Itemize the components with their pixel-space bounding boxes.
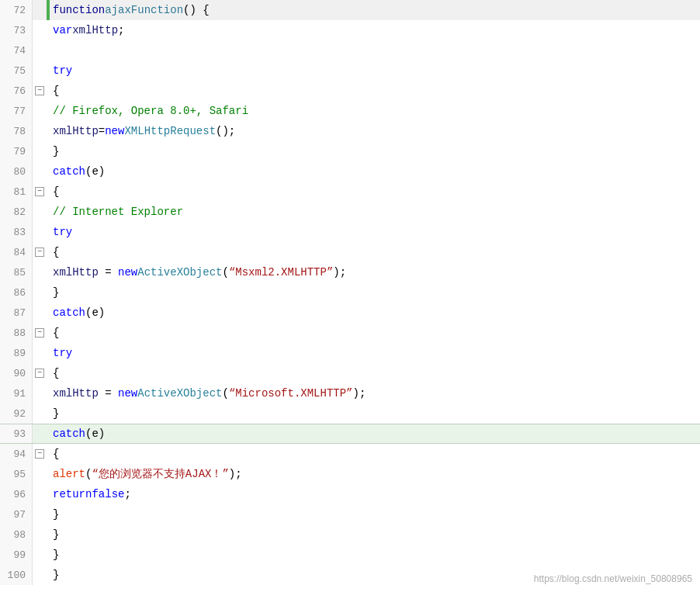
fold-gutter: [33, 121, 47, 141]
fold-gutter: [33, 141, 47, 161]
fold-gutter: [33, 565, 47, 585]
code-line-content: {: [50, 444, 700, 464]
fold-gutter: [33, 161, 47, 182]
line-number: 84: [0, 242, 33, 262]
line-number: 83: [0, 222, 33, 242]
fold-gutter: [33, 383, 47, 403]
code-line-content: try: [50, 222, 700, 242]
line-number: 81: [0, 182, 33, 202]
line-number: 99: [0, 545, 33, 565]
line-number: 78: [0, 121, 33, 141]
line-number: 80: [0, 161, 33, 182]
code-line-content: {: [50, 242, 700, 262]
fold-gutter[interactable]: −: [33, 81, 47, 101]
fold-gutter[interactable]: −: [33, 444, 47, 464]
line-number: 90: [0, 363, 33, 383]
code-line-content: }: [50, 545, 700, 565]
fold-icon[interactable]: −: [35, 86, 44, 95]
fold-gutter[interactable]: −: [33, 323, 47, 343]
code-line-content: return false;: [50, 484, 700, 504]
fold-gutter: [33, 524, 47, 545]
line-number: 93: [0, 424, 33, 443]
fold-gutter: [33, 424, 47, 443]
code-row: 92 }: [0, 403, 700, 424]
code-row: 98 }: [0, 524, 700, 545]
code-row: 84− {: [0, 242, 700, 262]
line-number: 79: [0, 141, 33, 161]
line-number: 77: [0, 101, 33, 121]
fold-gutter: [33, 282, 47, 303]
fold-gutter: [33, 101, 47, 121]
code-row: 90− {: [0, 363, 700, 383]
code-line-content: xmlHttp = new XMLHttpRequest();: [50, 121, 700, 141]
fold-icon[interactable]: −: [35, 449, 44, 459]
line-number: 85: [0, 262, 33, 282]
line-number: 86: [0, 282, 33, 303]
code-line-content: }: [50, 282, 700, 303]
code-line-content: [50, 40, 700, 61]
fold-gutter: [33, 504, 47, 524]
fold-gutter: [33, 303, 47, 323]
fold-gutter: [33, 464, 47, 484]
code-row: 87 catch (e): [0, 303, 700, 323]
code-row: 85 xmlHttp = new ActiveXObject(“Msxml2.X…: [0, 262, 700, 282]
code-line-content: // Internet Explorer: [50, 202, 700, 222]
line-number: 100: [0, 565, 33, 585]
code-row: 72 function ajaxFunction() {: [0, 0, 700, 20]
code-line-content: {: [50, 323, 700, 343]
code-line-content: }: [50, 403, 700, 424]
fold-icon[interactable]: −: [35, 248, 44, 257]
fold-gutter: [33, 61, 47, 81]
fold-gutter[interactable]: −: [33, 242, 47, 262]
code-row: 73 var xmlHttp;: [0, 20, 700, 40]
fold-gutter: [33, 262, 47, 282]
fold-gutter: [33, 545, 47, 565]
fold-gutter: [33, 20, 47, 40]
line-number: 95: [0, 464, 33, 484]
code-line-content: {: [50, 182, 700, 202]
code-editor: 72 function ajaxFunction() {73 var xmlHt…: [0, 0, 700, 592]
code-row: 80 catch (e): [0, 161, 700, 182]
code-row: 97 }: [0, 504, 700, 524]
line-number: 96: [0, 484, 33, 504]
code-line-content: try: [50, 61, 700, 81]
line-number: 73: [0, 20, 33, 40]
code-line-content: }: [50, 504, 700, 524]
code-row: 79 }: [0, 141, 700, 161]
code-row: 94− {: [0, 444, 700, 464]
fold-icon[interactable]: −: [35, 187, 44, 196]
fold-gutter: [33, 343, 47, 363]
code-row: 78 xmlHttp = new XMLHttpRequest();: [0, 121, 700, 141]
line-number: 92: [0, 403, 33, 424]
fold-gutter: [33, 403, 47, 424]
code-row: 88− {: [0, 323, 700, 343]
code-row: 82 // Internet Explorer: [0, 202, 700, 222]
code-line-content: catch (e): [50, 424, 700, 443]
fold-icon[interactable]: −: [35, 369, 44, 378]
line-number: 89: [0, 343, 33, 363]
code-line-content: catch (e): [50, 303, 700, 323]
code-line-content: }: [50, 524, 700, 545]
code-row: 75 try: [0, 61, 700, 81]
code-line-content: xmlHttp = new ActiveXObject(“Microsoft.X…: [50, 383, 700, 403]
fold-gutter: [33, 222, 47, 242]
code-row: 89 try: [0, 343, 700, 363]
code-line-content: }: [50, 141, 700, 161]
line-number: 82: [0, 202, 33, 222]
code-line-content: {: [50, 81, 700, 101]
code-row: 96 return false;: [0, 484, 700, 504]
fold-gutter[interactable]: −: [33, 182, 47, 202]
fold-gutter: [33, 0, 47, 20]
code-line-content: xmlHttp = new ActiveXObject(“Msxml2.XMLH…: [50, 262, 700, 282]
code-line-content: function ajaxFunction() {: [50, 0, 700, 20]
line-number: 97: [0, 504, 33, 524]
code-row: 91 xmlHttp = new ActiveXObject(“Microsof…: [0, 383, 700, 403]
line-number: 74: [0, 40, 33, 61]
code-row: 76− {: [0, 81, 700, 101]
fold-gutter: [33, 40, 47, 61]
code-line-content: catch (e): [50, 161, 700, 182]
fold-icon[interactable]: −: [35, 328, 44, 338]
line-number: 75: [0, 61, 33, 81]
fold-gutter[interactable]: −: [33, 363, 47, 383]
line-number: 76: [0, 81, 33, 101]
